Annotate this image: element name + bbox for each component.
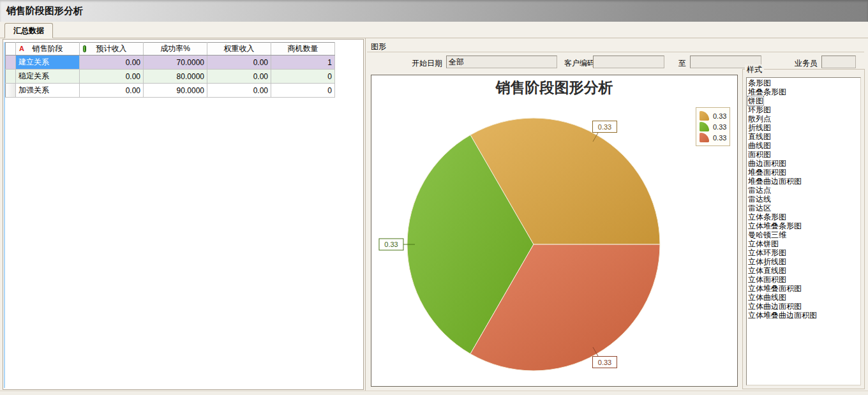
start-date-input[interactable] xyxy=(446,56,557,68)
column-header-stage[interactable]: A 销售阶段 xyxy=(16,43,80,56)
style-list-item-label: 立体曲边面积图 xyxy=(748,302,802,311)
style-list-item-label: 雷达点 xyxy=(748,186,771,195)
style-list-item-label: 立体堆叠面积图 xyxy=(748,284,802,293)
start-date-label: 开始日期 xyxy=(412,58,442,69)
column-header-success-rate[interactable]: 成功率% xyxy=(144,43,207,56)
column-header-opportunities[interactable]: 商机数量 xyxy=(271,43,335,56)
style-list-item[interactable]: 面积图 xyxy=(748,150,860,159)
row-indicator[interactable] xyxy=(6,70,16,84)
style-list-item[interactable]: 曼哈顿三维 xyxy=(748,230,860,239)
cell-success-rate[interactable]: 70.0000 xyxy=(144,56,207,70)
cell-stage[interactable]: 稳定关系 xyxy=(16,70,80,84)
cell-success-rate[interactable]: 80.0000 xyxy=(144,70,207,84)
style-list-item-label: 环形图 xyxy=(748,105,771,114)
style-list-item-label: 立体饼图 xyxy=(748,239,779,248)
style-list-item[interactable]: 折线图 xyxy=(748,123,860,132)
style-list-item[interactable]: 立体折线图 xyxy=(748,257,860,266)
style-list-item-label: 立体环形图 xyxy=(748,248,786,257)
tab-summary-data[interactable]: 汇总数据 xyxy=(4,23,53,38)
style-list-item[interactable]: 曲线图 xyxy=(748,141,860,150)
style-list-item[interactable]: 立体饼图 xyxy=(748,239,860,248)
pie-data-label: 0.33 xyxy=(598,123,611,131)
style-list-item-label: 堆叠面积图 xyxy=(748,168,786,177)
style-list-item-label: 折线图 xyxy=(748,123,771,132)
cell-stage[interactable]: 建立关系 xyxy=(16,56,80,70)
style-list-item[interactable]: 堆叠面积图 xyxy=(748,168,860,177)
legend-value: 0.33 xyxy=(713,112,726,120)
cell-expected-income[interactable]: 0.00 xyxy=(80,56,144,70)
customer-code-label: 客户编码 xyxy=(564,58,595,69)
cell-success-rate[interactable]: 90.0000 xyxy=(144,84,207,98)
table-row: 加强关系 0.00 90.0000 0.00 0 xyxy=(6,84,335,98)
summary-grid-panel: A 销售阶段 预计收入 成功率% 权重收入 商机数量 建立关系 0.00 70.… xyxy=(3,39,364,390)
row-indicator[interactable] xyxy=(6,84,16,98)
column-header-expected-income[interactable]: 预计收入 xyxy=(80,43,144,56)
numeric-column-icon xyxy=(83,45,86,52)
style-list-item-label: 立体折线图 xyxy=(748,257,786,266)
style-list-item[interactable]: 曲边面积图 xyxy=(748,159,860,168)
style-list-item[interactable]: 堆叠曲边面积图 xyxy=(748,177,860,186)
cell-opportunities[interactable]: 0 xyxy=(271,70,335,84)
customer-code-input[interactable] xyxy=(593,56,664,68)
pie-wedge-icon xyxy=(700,111,709,121)
cell-expected-income[interactable]: 0.00 xyxy=(80,70,144,84)
column-header-weighted-income[interactable]: 权重收入 xyxy=(207,43,271,56)
tabstrip: 汇总数据 xyxy=(0,22,868,38)
style-list-item[interactable]: 雷达点 xyxy=(748,186,860,195)
cell-opportunities[interactable]: 0 xyxy=(271,84,335,98)
column-header-label: 商机数量 xyxy=(288,44,318,53)
row-indicator[interactable] xyxy=(6,56,16,70)
text-column-icon: A xyxy=(19,45,24,52)
style-list-item[interactable]: 立体曲线图 xyxy=(748,293,860,302)
style-list-item-label: 立体曲线图 xyxy=(748,293,786,302)
style-list-item[interactable]: 雷达线 xyxy=(748,195,860,204)
cell-weighted-income[interactable]: 0.00 xyxy=(207,84,271,98)
pie-wedge-icon xyxy=(700,122,709,131)
style-list-item[interactable]: 立体面积图 xyxy=(748,275,860,284)
style-list-item[interactable]: 环形图 xyxy=(748,105,860,114)
style-list-item[interactable]: 立体环形图 xyxy=(748,248,860,257)
style-list-item[interactable]: 立体条形图 xyxy=(748,212,860,221)
pie-data-label: 0.33 xyxy=(384,241,398,248)
style-list-item[interactable]: 雷达区 xyxy=(748,204,860,212)
column-header-label: 预计收入 xyxy=(96,44,127,53)
chart-title: 销售阶段图形分析 xyxy=(371,78,737,98)
style-list-item-label: 条形图 xyxy=(748,78,771,87)
style-list-item[interactable]: 立体堆叠曲边面积图 xyxy=(748,311,860,320)
style-list-item-label: 立体直线图 xyxy=(748,266,786,275)
style-list-item[interactable]: 堆叠条形图 xyxy=(748,87,860,96)
header-row: A 销售阶段 预计收入 成功率% 权重收入 商机数量 xyxy=(6,43,335,56)
style-list-item-label: 曲线图 xyxy=(748,141,771,150)
table-row: 稳定关系 0.00 80.0000 0.00 0 xyxy=(6,70,335,84)
style-list-item[interactable]: 条形图 xyxy=(748,78,860,87)
bottom-statusbar xyxy=(0,391,868,395)
cell-weighted-income[interactable]: 0.00 xyxy=(207,70,271,84)
style-list-item-label: 曲边面积图 xyxy=(748,159,786,168)
legend-item: 0.33 xyxy=(700,132,726,143)
style-list-item-label: 雷达区 xyxy=(748,204,771,212)
pie-wedge-icon xyxy=(700,133,709,142)
style-list-item-label: 雷达线 xyxy=(748,195,771,204)
style-list-item[interactable]: 立体曲边面积图 xyxy=(748,302,860,311)
column-header-label: 权重收入 xyxy=(224,44,255,53)
cell-weighted-income[interactable]: 0.00 xyxy=(207,56,271,70)
style-list-item[interactable]: 散列点 xyxy=(748,114,860,123)
style-list-item[interactable]: 饼图 xyxy=(748,96,860,105)
style-list-item[interactable]: 立体直线图 xyxy=(748,266,860,275)
table-row: 建立关系 0.00 70.0000 0.00 1 xyxy=(6,56,335,70)
cell-stage[interactable]: 加强关系 xyxy=(16,84,80,98)
style-list-item[interactable]: 直线图 xyxy=(748,132,860,141)
to-label: 至 xyxy=(678,58,686,69)
legend-item: 0.33 xyxy=(700,110,726,121)
salesman-label: 业务员 xyxy=(795,58,818,69)
cell-opportunities[interactable]: 1 xyxy=(271,56,335,70)
style-listbox[interactable]: 条形图堆叠条形图饼图环形图散列点折线图直线图曲线图面积图曲边面积图堆叠面积图堆叠… xyxy=(746,77,861,385)
pie-data-label: 0.33 xyxy=(598,359,611,366)
legend-value: 0.33 xyxy=(713,134,726,142)
salesman-input[interactable] xyxy=(821,56,856,68)
cell-expected-income[interactable]: 0.00 xyxy=(80,84,144,98)
style-list-item[interactable]: 立体堆叠面积图 xyxy=(748,284,860,293)
divider xyxy=(367,52,864,52)
style-list-item[interactable]: 立体堆叠条形图 xyxy=(748,221,860,230)
style-list-item-label: 堆叠曲边面积图 xyxy=(748,177,802,186)
